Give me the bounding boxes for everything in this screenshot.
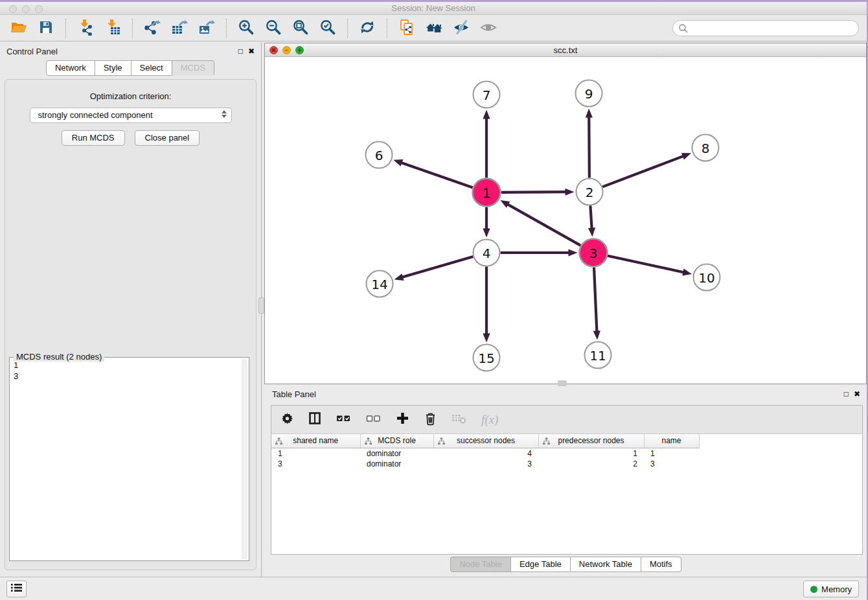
zoom-selected-button[interactable] bbox=[316, 18, 339, 39]
zoom-out-button[interactable] bbox=[262, 18, 285, 39]
graph-edge-3-11[interactable] bbox=[594, 267, 597, 332]
graph-edge-3-10[interactable] bbox=[608, 256, 684, 273]
show-all-button[interactable] bbox=[477, 18, 500, 39]
search-input[interactable] bbox=[672, 20, 859, 36]
tab-style[interactable]: Style bbox=[95, 60, 131, 76]
import-network-button[interactable] bbox=[74, 18, 97, 39]
graph-edge-2-8[interactable] bbox=[602, 156, 684, 187]
network-window-titlebar: ✕ − + scc.txt bbox=[265, 43, 866, 57]
graph-edge-3-1[interactable] bbox=[507, 204, 581, 246]
table-cell[interactable]: dominator bbox=[360, 448, 433, 459]
table-panel-tabs: Node TableEdge TableNetwork TableMotifs bbox=[264, 557, 868, 572]
tab-edge-table[interactable]: Edge Table bbox=[510, 557, 571, 572]
app-window-controls[interactable] bbox=[9, 5, 43, 13]
app-minimize-button[interactable] bbox=[22, 5, 30, 13]
import-table-button[interactable] bbox=[101, 18, 124, 39]
run-mcds-button[interactable]: Run MCDS bbox=[62, 130, 125, 146]
column-label: shared name bbox=[293, 436, 338, 445]
graph-edge-2-9[interactable] bbox=[589, 116, 589, 178]
close-panel-icon[interactable]: ✖ bbox=[248, 47, 255, 55]
tab-network[interactable]: Network bbox=[46, 60, 95, 76]
app-maximize-button[interactable] bbox=[35, 5, 43, 13]
save-session-icon bbox=[38, 19, 54, 38]
select-stepper-icon bbox=[222, 110, 227, 118]
control-panel-header: Control Panel □ ✖ bbox=[0, 42, 261, 60]
zoom-selected-icon bbox=[319, 19, 336, 38]
table-options-button[interactable] bbox=[280, 411, 294, 428]
toolbar-separator bbox=[347, 19, 348, 38]
horizontal-splitter-handle[interactable] bbox=[558, 380, 567, 386]
create-column-icon bbox=[396, 411, 409, 428]
vertical-splitter-handle[interactable] bbox=[258, 297, 264, 314]
close-table-panel-icon[interactable]: ✖ bbox=[854, 390, 860, 398]
tab-network-table[interactable]: Network Table bbox=[570, 557, 641, 572]
open-session-button[interactable] bbox=[7, 18, 30, 39]
graph-edge-4-14[interactable] bbox=[402, 257, 473, 277]
table-cell[interactable]: dominator bbox=[360, 459, 433, 469]
delete-table-button bbox=[451, 412, 467, 428]
deselect-all-checkboxes-button[interactable] bbox=[366, 411, 382, 428]
column-header-shared-name[interactable]: shared name bbox=[271, 434, 360, 448]
task-history-button[interactable] bbox=[6, 581, 27, 597]
memory-label: Memory bbox=[821, 584, 852, 594]
task-list-icon bbox=[11, 583, 22, 595]
tab-node-table[interactable]: Node Table bbox=[450, 557, 511, 572]
export-image-button[interactable] bbox=[195, 18, 218, 39]
table-cell[interactable]: 3 bbox=[271, 459, 360, 469]
export-network-icon bbox=[144, 19, 161, 38]
graph-edge-1-6[interactable] bbox=[401, 163, 473, 188]
float-table-panel-icon[interactable]: □ bbox=[844, 390, 849, 398]
column-header-MCDS-role[interactable]: MCDS role bbox=[360, 434, 433, 448]
table-cell[interactable]: 2 bbox=[538, 459, 644, 469]
table-cell[interactable]: 1 bbox=[271, 448, 360, 459]
table-row[interactable]: 3dominator323 bbox=[271, 459, 699, 469]
tab-select[interactable]: Select bbox=[131, 60, 172, 76]
optimization-criterion-select[interactable]: strongly connected component bbox=[30, 108, 232, 123]
tab-motifs[interactable]: Motifs bbox=[641, 557, 681, 572]
hide-selected-button[interactable] bbox=[450, 18, 473, 39]
table-cell[interactable]: 3 bbox=[644, 459, 699, 469]
refresh-view-button[interactable] bbox=[356, 18, 379, 39]
tab-mcds[interactable]: MCDS bbox=[172, 60, 214, 76]
close-panel-button[interactable]: Close panel bbox=[135, 130, 200, 146]
export-table-button[interactable] bbox=[168, 18, 191, 39]
column-header-name[interactable]: name bbox=[644, 434, 699, 448]
network-canvas[interactable]: 1234678910111415 bbox=[265, 57, 866, 384]
table-cell[interactable]: 1 bbox=[538, 448, 644, 459]
network-close-button[interactable]: ✕ bbox=[269, 46, 278, 54]
create-column-button[interactable] bbox=[396, 411, 409, 428]
status-bar: Memory bbox=[0, 577, 867, 600]
zoom-out-icon bbox=[265, 19, 282, 38]
zoom-fit-button[interactable] bbox=[289, 18, 312, 39]
graph-edge-2-3[interactable] bbox=[590, 205, 591, 229]
graph-node-label: 2 bbox=[586, 185, 594, 200]
home-view-button[interactable] bbox=[422, 18, 446, 39]
column-header-successor-nodes[interactable]: successor nodes bbox=[433, 434, 538, 448]
column-header-predecessor-nodes[interactable]: predecessor nodes bbox=[538, 434, 644, 448]
network-maximize-button[interactable]: + bbox=[295, 46, 304, 54]
graph-node-label: 10 bbox=[698, 270, 714, 286]
mcds-result-scrollbar[interactable] bbox=[242, 359, 247, 559]
table-cell[interactable]: 4 bbox=[433, 448, 538, 459]
column-label: successor nodes bbox=[457, 436, 515, 445]
save-session-button[interactable] bbox=[34, 18, 58, 39]
control-panel: Control Panel □ ✖ NetworkStyleSelectMCDS… bbox=[0, 42, 262, 577]
table-cell[interactable]: 3 bbox=[433, 459, 538, 469]
app-close-button[interactable] bbox=[9, 5, 17, 13]
table-cell[interactable]: 1 bbox=[644, 448, 699, 459]
graph-edge-1-2[interactable] bbox=[501, 192, 566, 192]
zoom-in-button[interactable] bbox=[234, 18, 258, 39]
graph-arrowhead bbox=[483, 334, 490, 343]
memory-button[interactable]: Memory bbox=[803, 581, 859, 597]
delete-columns-button[interactable] bbox=[424, 411, 437, 428]
show-hide-columns-button[interactable] bbox=[308, 411, 322, 428]
select-all-checkboxes-button[interactable] bbox=[336, 411, 352, 428]
copy-network-button[interactable] bbox=[395, 18, 418, 39]
toolbar-separator bbox=[226, 19, 227, 38]
graph-node-label: 7 bbox=[483, 87, 491, 103]
float-panel-icon[interactable]: □ bbox=[238, 47, 243, 55]
export-network-button[interactable] bbox=[141, 18, 164, 39]
network-minimize-button[interactable]: − bbox=[282, 46, 291, 54]
table-row[interactable]: 1dominator411 bbox=[271, 448, 699, 459]
graph-arrowhead bbox=[681, 153, 691, 159]
